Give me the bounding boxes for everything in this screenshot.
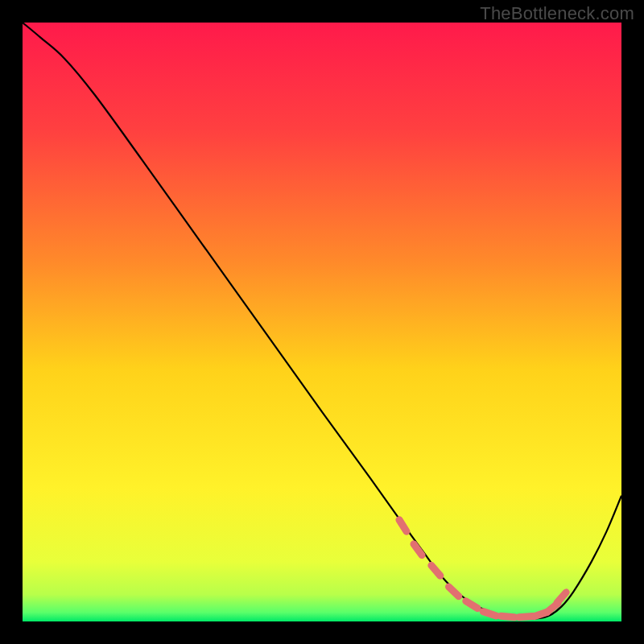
dot [518,616,532,617]
plot-area [23,23,621,621]
dot [501,616,514,617]
dot [483,612,496,616]
watermark-text: TheBottleneck.com [480,3,634,24]
gradient-background [23,23,621,621]
chart-frame: TheBottleneck.com [0,0,644,644]
chart-svg [23,23,621,621]
